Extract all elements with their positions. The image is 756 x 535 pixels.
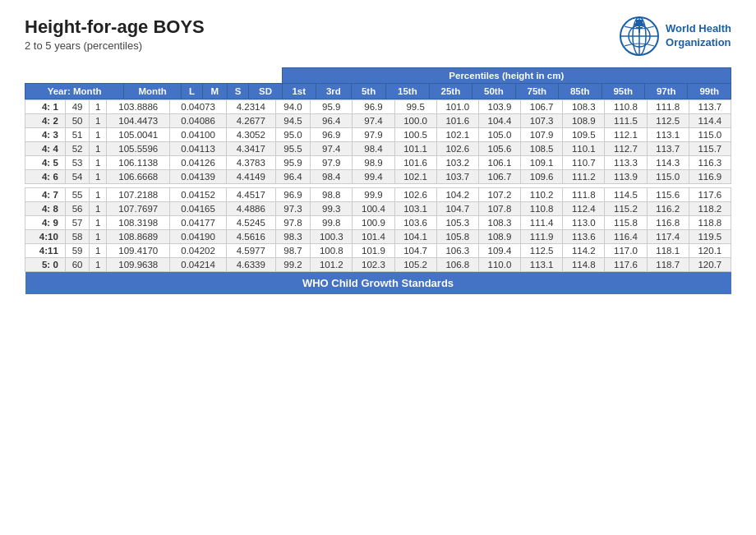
cell: 0.04100 xyxy=(170,128,227,142)
cell: 116.3 xyxy=(689,156,731,170)
cell: 0.04214 xyxy=(170,258,227,272)
cell: 111.2 xyxy=(563,170,605,184)
cell: 98.9 xyxy=(353,156,394,170)
table-row: 4: 1491103.88860.040734.231494.095.996.9… xyxy=(25,100,731,114)
cell: 0.04190 xyxy=(170,230,227,244)
cell: 102.1 xyxy=(436,128,478,142)
cell: 1 xyxy=(90,216,107,230)
cell: 113.6 xyxy=(563,230,605,244)
cell: 106.7 xyxy=(521,100,563,114)
cell: 98.8 xyxy=(311,188,353,202)
cell: 103.6 xyxy=(394,216,436,230)
cell: 101.9 xyxy=(353,244,394,258)
cell: 0.04165 xyxy=(170,202,227,216)
cell: 107.9 xyxy=(521,128,563,142)
cell: 106.6668 xyxy=(107,170,170,184)
cell: 4.2677 xyxy=(226,114,275,128)
cell: 1 xyxy=(90,114,107,128)
cell: 101.1 xyxy=(394,142,436,156)
cell: 4.5977 xyxy=(226,244,275,258)
cell: 118.8 xyxy=(689,216,731,230)
cell: 99.3 xyxy=(311,202,353,216)
cell: 4: 3 xyxy=(25,128,66,142)
cell: 115.6 xyxy=(647,188,689,202)
cell: 110.8 xyxy=(605,100,647,114)
cell: 109.9638 xyxy=(107,258,170,272)
cell: 106.1 xyxy=(478,156,520,170)
cell: 98.7 xyxy=(275,244,311,258)
cell: 103.2 xyxy=(436,156,478,170)
cell: 106.7 xyxy=(478,170,520,184)
table-row: 4: 2501104.44730.040864.267794.596.497.4… xyxy=(25,114,731,128)
empty-spacer xyxy=(25,68,283,84)
cell: 104.2 xyxy=(436,188,478,202)
cell: 116.9 xyxy=(689,170,731,184)
cell: 4: 6 xyxy=(25,170,66,184)
cell: 58 xyxy=(65,230,90,244)
cell: 113.0 xyxy=(563,216,605,230)
cell: 115.0 xyxy=(689,128,731,142)
cell: 102.6 xyxy=(436,142,478,156)
cell: 52 xyxy=(65,142,90,156)
cell: 5: 0 xyxy=(25,258,66,272)
column-header-row: Year: Month Month L M S SD 1st 3rd 5th 1… xyxy=(25,84,731,99)
cell: 1 xyxy=(90,142,107,156)
cell: 111.4 xyxy=(521,216,563,230)
cell: 99.5 xyxy=(394,100,436,114)
cell: 108.5 xyxy=(521,142,563,156)
cell: 4.4517 xyxy=(226,188,275,202)
cell: 54 xyxy=(65,170,90,184)
cell: 96.9 xyxy=(353,100,394,114)
data-table: Percentiles (height in cm) Year: Month M… xyxy=(25,67,731,99)
cell: 100.8 xyxy=(311,244,353,258)
cell: 118.2 xyxy=(689,202,731,216)
col-85th: 85th xyxy=(559,84,602,99)
cell: 105.0 xyxy=(478,128,520,142)
cell: 4.2314 xyxy=(226,100,275,114)
cell: 114.3 xyxy=(647,156,689,170)
cell: 97.4 xyxy=(311,142,353,156)
title-block: Height-for-age BOYS 2 to 5 years (percen… xyxy=(25,16,205,52)
cell: 115.7 xyxy=(689,142,731,156)
cell: 4.3417 xyxy=(226,142,275,156)
cell: 96.4 xyxy=(311,114,353,128)
percentile-group-row: Percentiles (height in cm) xyxy=(25,68,731,84)
data-rows-table: 4: 1491103.88860.040734.231494.095.996.9… xyxy=(25,99,731,294)
cell: 110.0 xyxy=(478,258,520,272)
cell: 97.4 xyxy=(353,114,394,128)
cell: 4: 2 xyxy=(25,114,66,128)
cell: 110.7 xyxy=(563,156,605,170)
cell: 115.2 xyxy=(605,202,647,216)
col-15th: 15th xyxy=(386,84,429,99)
cell: 4:10 xyxy=(25,230,66,244)
col-3rd: 3rd xyxy=(316,84,351,99)
cell: 109.1 xyxy=(521,156,563,170)
cell: 109.4 xyxy=(478,244,520,258)
col-s: S xyxy=(227,84,249,99)
cell: 105.2 xyxy=(394,258,436,272)
cell: 0.04152 xyxy=(170,188,227,202)
col-sd: SD xyxy=(249,84,282,99)
cell: 0.04073 xyxy=(170,100,227,114)
cell: 112.1 xyxy=(605,128,647,142)
cell: 100.5 xyxy=(394,128,436,142)
cell: 95.9 xyxy=(275,156,311,170)
cell: 107.2 xyxy=(478,188,520,202)
cell: 104.4473 xyxy=(107,114,170,128)
cell: 111.5 xyxy=(605,114,647,128)
cell: 111.9 xyxy=(521,230,563,244)
cell: 4.3052 xyxy=(226,128,275,142)
col-25th: 25th xyxy=(429,84,472,99)
cell: 0.04126 xyxy=(170,156,227,170)
col-m: M xyxy=(202,84,227,99)
cell: 115.0 xyxy=(647,170,689,184)
cell: 113.9 xyxy=(605,170,647,184)
who-logo: World HealthOrganization xyxy=(620,16,731,56)
cell: 95.5 xyxy=(275,142,311,156)
percentile-group-label: Percentiles (height in cm) xyxy=(282,68,731,84)
cell: 106.8 xyxy=(436,258,478,272)
cell: 4: 9 xyxy=(25,216,66,230)
table-row: 4:11591109.41700.042024.597798.7100.8101… xyxy=(25,244,731,258)
cell: 100.0 xyxy=(394,114,436,128)
cell: 96.4 xyxy=(275,170,311,184)
